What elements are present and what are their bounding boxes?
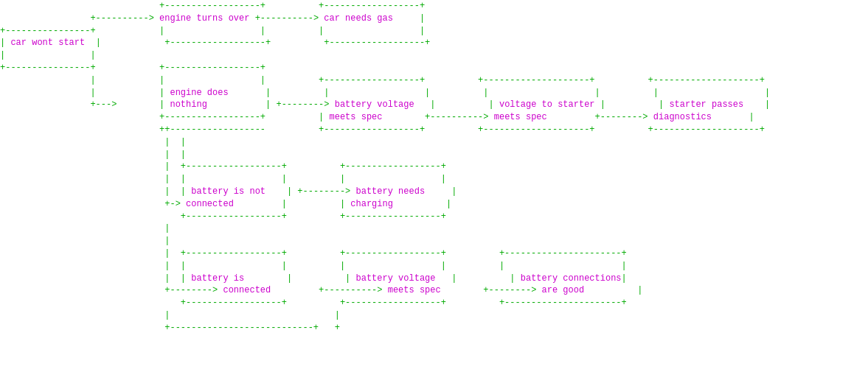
diagram-canvas: +------------------+ +------------------… <box>0 0 868 386</box>
diagram-art: +------------------+ +------------------… <box>0 0 770 334</box>
